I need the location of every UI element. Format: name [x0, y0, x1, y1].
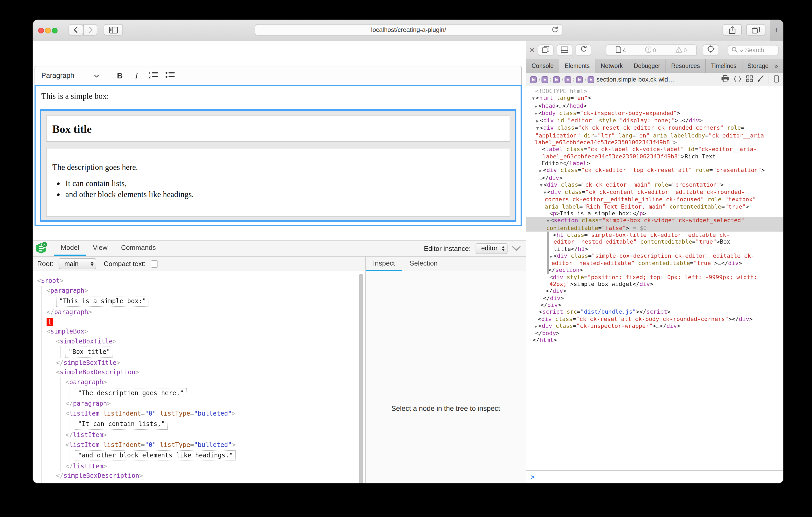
- model-element-close[interactable]: </paragraph>: [47, 307, 365, 317]
- dom-tree-line[interactable]: Editor</label>: [526, 160, 783, 167]
- model-element-open[interactable]: <listItem listIndent="0" listType="bulle…: [65, 440, 365, 450]
- styles-brush-icon[interactable]: [758, 75, 764, 84]
- dom-tree-line[interactable]: </div>: [526, 295, 783, 302]
- dom-tree-line[interactable]: </section>: [526, 267, 783, 274]
- dom-tree-line[interactable]: ▼<div class="ck ck-content ck-editor__ed…: [526, 189, 783, 196]
- dom-tree-line[interactable]: label_e63cbbfece34c53ce23501062343f49b8"…: [526, 139, 783, 146]
- devtools-search-field[interactable]: Search: [728, 45, 779, 55]
- close-devtools-button[interactable]: ✕: [526, 46, 538, 54]
- model-element-open[interactable]: <paragraph>: [65, 377, 365, 387]
- dom-tree-line[interactable]: </div>: [526, 302, 783, 309]
- devtools-tab-resources[interactable]: Resources: [666, 59, 706, 73]
- dom-tree-line[interactable]: </html>: [526, 337, 783, 344]
- sidebar-toggle-button[interactable]: [104, 24, 123, 35]
- element-picker-button[interactable]: [703, 44, 718, 56]
- devtools-reload-button[interactable]: [576, 44, 591, 56]
- dom-tree-line[interactable]: 42px;">simple box widget</div>: [526, 281, 783, 288]
- dom-tree-line[interactable]: </div>: [526, 288, 783, 295]
- dom-tree-line[interactable]: <div class="ck ck-reset_all ck-body ck-r…: [526, 315, 783, 323]
- dom-tree-line[interactable]: title</h1>: [526, 245, 783, 252]
- share-button[interactable]: [723, 24, 742, 35]
- dom-tree-line[interactable]: <p>This is a simple box:</p>: [526, 210, 783, 217]
- simple-box-description[interactable]: The description goes here. It can contai…: [46, 148, 510, 217]
- dom-tree-line[interactable]: <h1 class="simple-box-title ck-editor__e…: [526, 232, 783, 239]
- devtools-tab-network[interactable]: Network: [596, 59, 628, 73]
- reload-icon[interactable]: [551, 26, 558, 35]
- grid-icon[interactable]: [746, 75, 753, 84]
- quick-console[interactable]: >: [526, 470, 783, 483]
- dom-tree-line[interactable]: label_e63cbbfece34c53ce23501062343f49b8"…: [526, 153, 783, 160]
- simple-box-widget[interactable]: Box title The description goes here. It …: [40, 109, 516, 222]
- dom-tree-line[interactable]: ▶<div id="editor" style="display: none;"…: [526, 117, 783, 125]
- model-element-close[interactable]: </simpleBoxTitle>: [56, 358, 365, 368]
- detach-devtools-button[interactable]: [538, 44, 554, 56]
- model-text-node[interactable]: "Box title": [65, 346, 365, 358]
- devtools-tab-storage[interactable]: Storage: [742, 59, 774, 73]
- dom-tree-line[interactable]: ▶<div class="simple-box-description ck-e…: [526, 252, 783, 260]
- inspector-tab-model[interactable]: Model: [54, 240, 86, 256]
- model-element-open[interactable]: <simpleBoxDescription>: [56, 368, 365, 377]
- dom-tree-line[interactable]: <!DOCTYPE html>: [526, 88, 783, 95]
- dom-tree-line[interactable]: corners ck-editor__editable_inline ck-fo…: [526, 196, 783, 203]
- model-text-node[interactable]: "It can contain lists,": [75, 419, 365, 430]
- close-window-button[interactable]: [38, 28, 44, 33]
- element-badge-icon[interactable]: E: [553, 76, 560, 83]
- model-element-close[interactable]: </listItem>: [65, 461, 365, 471]
- bulleted-list-button[interactable]: [162, 69, 178, 82]
- heading-dropdown[interactable]: Paragraph: [35, 66, 104, 85]
- model-element-close[interactable]: </paragraph>: [65, 399, 365, 408]
- dom-tree-line[interactable]: ▼<section class="simple-box ck-widget ck…: [526, 217, 783, 225]
- dom-tree-line[interactable]: <script src="dist/bundle.js"></script>: [526, 308, 783, 315]
- simple-box-title[interactable]: Box title: [46, 116, 510, 142]
- devtools-tab-console[interactable]: Console: [526, 59, 559, 73]
- collapse-inspector-button[interactable]: [512, 244, 521, 252]
- dom-tree-line[interactable]: <label class="ck ck-label ck-voice-label…: [526, 146, 783, 153]
- model-tree-scrollbar[interactable]: [359, 274, 363, 483]
- element-badge-icon[interactable]: E: [576, 76, 583, 83]
- devtools-tab-debugger[interactable]: Debugger: [629, 59, 666, 73]
- element-badge-icon[interactable]: E: [530, 76, 537, 83]
- address-bar[interactable]: localhost/creating-a-plugin/: [255, 24, 562, 35]
- minimize-window-button[interactable]: [45, 28, 51, 33]
- details-sidebar-icon[interactable]: [774, 75, 779, 84]
- dom-tree-line[interactable]: editor__nested-editable" contenteditable…: [526, 260, 783, 267]
- inspector-tab-view[interactable]: View: [86, 240, 114, 256]
- compact-text-checkbox[interactable]: [151, 260, 158, 267]
- dock-bottom-button[interactable]: [557, 44, 572, 56]
- dom-tree-line[interactable]: ▶<div class="ck-inspector-wrapper">…</di…: [526, 323, 783, 330]
- print-icon[interactable]: [722, 75, 729, 84]
- dom-tree-line[interactable]: "application" dir="ltr" lang="en" aria-l…: [526, 132, 783, 139]
- dom-tree-line[interactable]: aria-label="Rich Text Editor, main" cont…: [526, 203, 783, 210]
- model-element-open[interactable]: <paragraph>: [47, 286, 365, 295]
- editor-editable-area[interactable]: This is a simple box: Box title The desc…: [34, 85, 522, 226]
- breadcrumb-tail[interactable]: section.simple-box.ck-wid…: [597, 76, 674, 83]
- dom-tree-line[interactable]: ▶<div class="ck ck-editor__top ck-reset_…: [526, 167, 783, 175]
- model-element-close[interactable]: </simpleBox>: [47, 481, 365, 483]
- zoom-window-button[interactable]: [52, 28, 58, 33]
- element-badge-icon[interactable]: E: [564, 76, 571, 83]
- dom-tree-line[interactable]: ▼<div class="ck ck-editor__main" role="p…: [526, 181, 783, 189]
- model-element-open[interactable]: <simpleBoxTitle>: [56, 336, 365, 346]
- model-element-close[interactable]: </listItem>: [65, 430, 365, 440]
- dom-tree-line[interactable]: …</div>: [526, 174, 783, 181]
- dom-tree-line[interactable]: ▼<body class="ck-inspector-body-expanded…: [526, 110, 783, 117]
- new-tab-button[interactable]: +: [770, 20, 783, 41]
- devtools-tab-timelines[interactable]: Timelines: [706, 59, 743, 73]
- dom-tree-line[interactable]: ▼<html lang="en">: [526, 95, 783, 102]
- editor-instance-select[interactable]: editor: [475, 243, 508, 254]
- list-item[interactable]: It can contain lists,: [65, 179, 510, 188]
- dom-tree-line[interactable]: editor__nested-editable" contenteditable…: [526, 238, 783, 245]
- model-element-close[interactable]: </simpleBoxDescription>: [56, 471, 365, 481]
- forward-button[interactable]: [83, 24, 97, 35]
- element-badge-icon[interactable]: E: [542, 76, 548, 83]
- dom-tree-line[interactable]: <div style="position: fixed; top: 0px; l…: [526, 274, 783, 281]
- dom-tree-line[interactable]: ▼<div class="ck ck-reset ck-editor ck-ro…: [526, 125, 783, 132]
- resource-summary-group[interactable]: 4 0 0: [606, 44, 697, 56]
- bold-button[interactable]: B: [111, 69, 128, 82]
- inspector-tab-selection[interactable]: Selection: [402, 256, 445, 271]
- tab-overflow-icon[interactable]: »: [774, 62, 778, 70]
- root-select[interactable]: main: [59, 258, 96, 269]
- tab-overview-button[interactable]: [746, 24, 765, 35]
- model-element-open[interactable]: <$root>: [37, 276, 365, 286]
- inspector-tab-inspect[interactable]: Inspect: [366, 256, 402, 271]
